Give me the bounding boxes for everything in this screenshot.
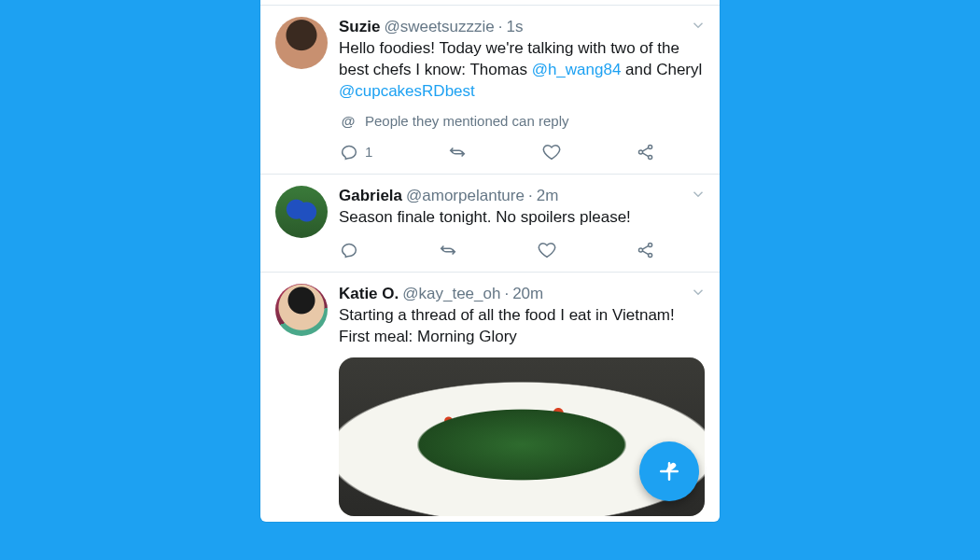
chevron-down-icon	[690, 186, 707, 203]
separator: ·	[498, 17, 503, 37]
reply-restriction: @ People they mentioned can reply	[339, 112, 705, 131]
avatar[interactable]	[275, 17, 328, 69]
reply-icon	[339, 240, 359, 260]
reply-count: 1	[365, 144, 372, 160]
tweet[interactable]: Gabriela @amorpelanture · 2m Season fina…	[260, 175, 720, 273]
svg-point-1	[649, 145, 652, 148]
handle[interactable]: @kay_tee_oh	[402, 284, 500, 304]
tweet-header: Suzie @sweetsuzzzie · 1s	[339, 17, 705, 37]
reply-button[interactable]	[339, 240, 359, 260]
retweet-icon	[447, 142, 468, 162]
like-icon	[541, 142, 562, 162]
compose-tweet-button[interactable]	[639, 441, 699, 501]
timestamp: 1s	[507, 17, 524, 37]
retweet-button[interactable]	[447, 142, 468, 162]
tweet-body: Starting a thread of all the food I eat …	[339, 305, 705, 348]
like-button[interactable]	[537, 240, 557, 260]
svg-point-3	[638, 248, 642, 252]
share-icon	[636, 142, 656, 162]
handle[interactable]: @amorpelanture	[406, 186, 525, 206]
mention-link[interactable]: @h_wang84	[532, 61, 622, 78]
avatar[interactable]	[275, 186, 328, 238]
tweet-menu-button[interactable]	[690, 284, 707, 301]
tweet-menu-button[interactable]	[690, 17, 707, 34]
share-button[interactable]	[636, 240, 656, 260]
svg-point-5	[649, 253, 652, 257]
at-icon: @	[339, 112, 357, 131]
share-button[interactable]	[636, 142, 656, 162]
timestamp: 20m	[512, 284, 543, 304]
svg-point-4	[649, 243, 652, 246]
tweet-actions: 1	[339, 142, 656, 162]
like-button[interactable]	[541, 142, 562, 162]
display-name[interactable]: Katie O.	[339, 284, 399, 304]
tweet-header: Gabriela @amorpelanture · 2m	[339, 186, 705, 206]
reply-button[interactable]: 1	[339, 142, 372, 162]
share-icon	[636, 240, 656, 260]
compose-feather-icon	[655, 457, 683, 485]
mention-link[interactable]: @cupcakesRDbest	[339, 82, 475, 100]
chevron-down-icon	[690, 284, 707, 301]
reply-restriction-label: People they mentioned can reply	[365, 113, 568, 129]
svg-point-2	[649, 155, 652, 159]
tweet-body: Hello foodies! Today we're talking with …	[339, 38, 705, 103]
display-name[interactable]: Suzie	[339, 17, 380, 37]
reply-icon	[339, 142, 359, 162]
tweet-body: Season finale tonight. No spoilers pleas…	[339, 207, 705, 229]
tweet-menu-button[interactable]	[690, 186, 707, 203]
handle[interactable]: @sweetsuzzzie	[384, 17, 494, 37]
phone-frame: Suzie @sweetsuzzzie · 1s Hello foodies! …	[260, 0, 720, 522]
timestamp: 2m	[537, 186, 559, 206]
avatar[interactable]	[275, 284, 328, 336]
separator: ·	[504, 284, 509, 304]
retweet-icon	[438, 240, 458, 260]
tweet[interactable]: Suzie @sweetsuzzzie · 1s Hello foodies! …	[260, 6, 720, 175]
display-name[interactable]: Gabriela	[339, 186, 402, 206]
separator: ·	[528, 186, 533, 206]
chevron-down-icon	[690, 17, 707, 34]
like-icon	[537, 240, 557, 260]
tweet-actions	[339, 240, 656, 260]
tweet-header: Katie O. @kay_tee_oh · 20m	[339, 284, 705, 304]
retweet-button[interactable]	[438, 240, 458, 260]
svg-point-0	[638, 150, 642, 154]
